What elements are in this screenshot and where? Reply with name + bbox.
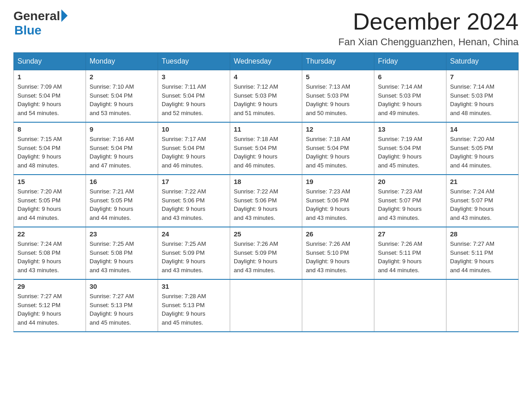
day-number: 27 [378, 230, 442, 238]
day-number: 11 [234, 125, 298, 133]
day-cell: 30 Sunrise: 7:27 AMSunset: 5:13 PMDaylig… [86, 279, 158, 332]
day-number: 29 [17, 283, 82, 290]
page-header: General Blue December 2024 Fan Xian Chen… [13, 9, 519, 48]
day-number: 26 [306, 230, 370, 238]
weekday-header-wednesday: Wednesday [230, 53, 302, 70]
day-number: 1 [17, 73, 82, 81]
weekday-header-saturday: Saturday [446, 53, 519, 70]
day-number: 5 [306, 73, 370, 81]
day-cell: 7 Sunrise: 7:14 AMSunset: 5:03 PMDayligh… [446, 70, 519, 123]
weekday-header-tuesday: Tuesday [158, 53, 230, 70]
day-info: Sunrise: 7:10 AMSunset: 5:04 PMDaylight:… [90, 82, 154, 117]
day-number: 19 [306, 178, 370, 185]
day-cell: 2 Sunrise: 7:10 AMSunset: 5:04 PMDayligh… [86, 70, 158, 123]
week-row-2: 8 Sunrise: 7:15 AMSunset: 5:04 PMDayligh… [14, 122, 519, 175]
day-info: Sunrise: 7:13 AMSunset: 5:03 PMDaylight:… [306, 82, 370, 117]
day-cell: 8 Sunrise: 7:15 AMSunset: 5:04 PMDayligh… [14, 122, 86, 175]
day-number: 21 [450, 178, 515, 185]
day-cell: 5 Sunrise: 7:13 AMSunset: 5:03 PMDayligh… [302, 70, 374, 123]
day-info: Sunrise: 7:24 AMSunset: 5:07 PMDaylight:… [450, 187, 515, 222]
day-info: Sunrise: 7:27 AMSunset: 5:12 PMDaylight:… [17, 292, 82, 327]
day-number: 22 [17, 230, 82, 238]
day-info: Sunrise: 7:25 AMSunset: 5:08 PMDaylight:… [90, 240, 154, 274]
day-cell: 15 Sunrise: 7:20 AMSunset: 5:05 PMDaylig… [14, 175, 86, 227]
day-cell: 13 Sunrise: 7:19 AMSunset: 5:04 PMDaylig… [374, 122, 446, 175]
day-cell [230, 279, 302, 332]
day-info: Sunrise: 7:16 AMSunset: 5:04 PMDaylight:… [90, 135, 154, 170]
day-cell: 26 Sunrise: 7:26 AMSunset: 5:10 PMDaylig… [302, 227, 374, 279]
day-number: 31 [162, 283, 226, 290]
week-row-5: 29 Sunrise: 7:27 AMSunset: 5:12 PMDaylig… [14, 279, 519, 332]
day-cell: 4 Sunrise: 7:12 AMSunset: 5:03 PMDayligh… [230, 70, 302, 123]
day-cell: 31 Sunrise: 7:28 AMSunset: 5:13 PMDaylig… [158, 279, 230, 332]
day-number: 8 [17, 125, 82, 133]
day-cell [374, 279, 446, 332]
day-info: Sunrise: 7:14 AMSunset: 5:03 PMDaylight:… [378, 82, 442, 117]
day-cell: 14 Sunrise: 7:20 AMSunset: 5:05 PMDaylig… [446, 122, 519, 175]
day-number: 17 [162, 178, 226, 185]
day-number: 6 [378, 73, 442, 81]
day-cell: 24 Sunrise: 7:25 AMSunset: 5:09 PMDaylig… [158, 227, 230, 279]
day-cell: 17 Sunrise: 7:22 AMSunset: 5:06 PMDaylig… [158, 175, 230, 227]
day-cell: 22 Sunrise: 7:24 AMSunset: 5:08 PMDaylig… [14, 227, 86, 279]
day-number: 4 [234, 73, 298, 81]
main-title: December 2024 [339, 9, 519, 34]
day-number: 16 [90, 178, 154, 185]
day-number: 2 [90, 73, 154, 81]
day-info: Sunrise: 7:26 AMSunset: 5:10 PMDaylight:… [306, 240, 370, 274]
weekday-header-row: SundayMondayTuesdayWednesdayThursdayFrid… [14, 53, 519, 70]
day-cell: 29 Sunrise: 7:27 AMSunset: 5:12 PMDaylig… [14, 279, 86, 332]
day-info: Sunrise: 7:27 AMSunset: 5:11 PMDaylight:… [450, 240, 515, 274]
week-row-4: 22 Sunrise: 7:24 AMSunset: 5:08 PMDaylig… [14, 227, 519, 279]
day-info: Sunrise: 7:26 AMSunset: 5:11 PMDaylight:… [378, 240, 442, 274]
day-number: 7 [450, 73, 515, 81]
day-cell: 3 Sunrise: 7:11 AMSunset: 5:04 PMDayligh… [158, 70, 230, 123]
day-info: Sunrise: 7:24 AMSunset: 5:08 PMDaylight:… [17, 240, 82, 274]
day-cell: 19 Sunrise: 7:23 AMSunset: 5:06 PMDaylig… [302, 175, 374, 227]
day-cell: 10 Sunrise: 7:17 AMSunset: 5:04 PMDaylig… [158, 122, 230, 175]
day-info: Sunrise: 7:15 AMSunset: 5:04 PMDaylight:… [17, 135, 82, 170]
day-info: Sunrise: 7:18 AMSunset: 5:04 PMDaylight:… [234, 135, 298, 170]
day-info: Sunrise: 7:28 AMSunset: 5:13 PMDaylight:… [162, 292, 226, 327]
day-info: Sunrise: 7:23 AMSunset: 5:06 PMDaylight:… [306, 187, 370, 222]
day-info: Sunrise: 7:12 AMSunset: 5:03 PMDaylight:… [234, 82, 298, 117]
day-cell: 6 Sunrise: 7:14 AMSunset: 5:03 PMDayligh… [374, 70, 446, 123]
day-number: 30 [90, 283, 154, 290]
day-info: Sunrise: 7:14 AMSunset: 5:03 PMDaylight:… [450, 82, 515, 117]
day-number: 18 [234, 178, 298, 185]
day-cell: 23 Sunrise: 7:25 AMSunset: 5:08 PMDaylig… [86, 227, 158, 279]
day-cell: 1 Sunrise: 7:09 AMSunset: 5:04 PMDayligh… [14, 70, 86, 123]
day-info: Sunrise: 7:20 AMSunset: 5:05 PMDaylight:… [17, 187, 82, 222]
day-cell: 9 Sunrise: 7:16 AMSunset: 5:04 PMDayligh… [86, 122, 158, 175]
day-number: 10 [162, 125, 226, 133]
day-info: Sunrise: 7:27 AMSunset: 5:13 PMDaylight:… [90, 292, 154, 327]
weekday-header-friday: Friday [374, 53, 446, 70]
week-row-3: 15 Sunrise: 7:20 AMSunset: 5:05 PMDaylig… [14, 175, 519, 227]
day-info: Sunrise: 7:17 AMSunset: 5:04 PMDaylight:… [162, 135, 226, 170]
day-number: 3 [162, 73, 226, 81]
day-info: Sunrise: 7:11 AMSunset: 5:04 PMDaylight:… [162, 82, 226, 117]
day-info: Sunrise: 7:22 AMSunset: 5:06 PMDaylight:… [162, 187, 226, 222]
day-info: Sunrise: 7:22 AMSunset: 5:06 PMDaylight:… [234, 187, 298, 222]
day-number: 24 [162, 230, 226, 238]
day-info: Sunrise: 7:21 AMSunset: 5:05 PMDaylight:… [90, 187, 154, 222]
weekday-header-monday: Monday [86, 53, 158, 70]
day-number: 25 [234, 230, 298, 238]
weekday-header-thursday: Thursday [302, 53, 374, 70]
day-number: 9 [90, 125, 154, 133]
logo-arrow-icon [61, 9, 68, 22]
logo-blue-text: Blue [14, 23, 42, 38]
day-cell: 20 Sunrise: 7:23 AMSunset: 5:07 PMDaylig… [374, 175, 446, 227]
day-cell: 21 Sunrise: 7:24 AMSunset: 5:07 PMDaylig… [446, 175, 519, 227]
day-number: 20 [378, 178, 442, 185]
day-cell: 27 Sunrise: 7:26 AMSunset: 5:11 PMDaylig… [374, 227, 446, 279]
week-row-1: 1 Sunrise: 7:09 AMSunset: 5:04 PMDayligh… [14, 70, 519, 123]
day-cell: 16 Sunrise: 7:21 AMSunset: 5:05 PMDaylig… [86, 175, 158, 227]
title-section: December 2024 Fan Xian Chengguanzhen, He… [339, 9, 519, 48]
day-info: Sunrise: 7:25 AMSunset: 5:09 PMDaylight:… [162, 240, 226, 274]
day-cell [446, 279, 519, 332]
day-number: 28 [450, 230, 515, 238]
day-number: 14 [450, 125, 515, 133]
day-cell: 18 Sunrise: 7:22 AMSunset: 5:06 PMDaylig… [230, 175, 302, 227]
subtitle: Fan Xian Chengguanzhen, Henan, China [339, 36, 519, 48]
